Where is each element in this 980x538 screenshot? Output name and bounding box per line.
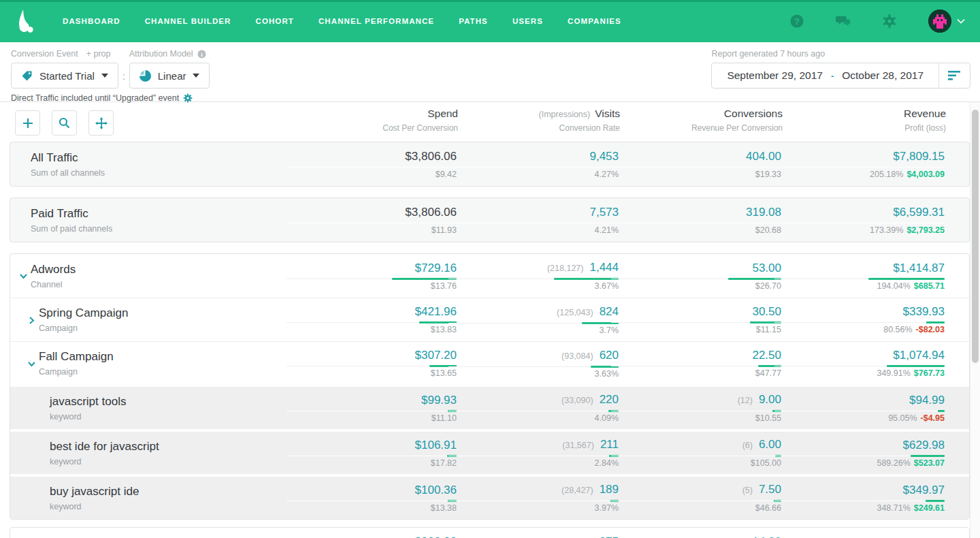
row-subtitle: Campaign [39,367,114,377]
gear-icon[interactable] [183,93,193,103]
date-range-picker[interactable]: September 29, 2017 - October 28, 2017 [711,63,970,89]
spend-sub-value: $11.10 [287,413,457,424]
nav-item-cohort[interactable]: COHORT [255,17,293,25]
nav-item-dashboard[interactable]: DASHBOARD [63,17,120,25]
move-button[interactable] [88,110,114,136]
conversions-main-line: 14.00 [611,535,781,538]
chevron-down-icon[interactable] [27,360,36,368]
nav-item-users[interactable]: USERS [512,17,543,25]
settings-icon[interactable] [882,14,897,29]
visits-cell: 7,5734.21% [448,198,619,242]
spend-sub-value: $13.65 [287,368,457,379]
revenue-value[interactable]: $339.93 [903,305,945,318]
add-channel-button[interactable] [15,110,40,136]
row-name-cell: javascript toolskeyword [10,387,126,429]
cell-divider [448,411,619,411]
date-end[interactable]: October 28, 2017 [842,69,924,82]
table-row[interactable]: Paid TrafficSum of paid channels$3,806.0… [10,198,969,242]
revenue-value[interactable]: $629.98 [903,439,945,452]
filter-separator: : [122,71,125,82]
nav-right: ? [789,10,965,33]
conversion-event-dropdown[interactable]: Started Trial [11,63,118,89]
help-icon[interactable]: ? [789,14,804,29]
nav-item-channel-performance[interactable]: CHANNEL PERFORMANCE [318,17,434,25]
cell-divider [287,501,457,501]
search-button[interactable] [52,110,77,136]
profit-percent: 348.71% [877,503,910,513]
chat-icon[interactable] [836,14,851,29]
user-menu[interactable] [928,10,965,33]
report-generated-label: Report generated 7 hours ago [711,49,970,59]
table-row[interactable]: AdwordsChannel$729.16$13.76(218,127)1,44… [10,254,969,298]
chevron-down-icon[interactable] [19,272,28,281]
row-name[interactable]: buy javascript ide [50,485,139,499]
revenue-value[interactable]: $7,809.15 [893,150,945,163]
attribution-model-dropdown[interactable]: Linear [129,63,210,89]
attribution-logo-icon[interactable] [15,9,35,33]
avatar[interactable] [928,10,951,33]
conversions-sub-value: $47.77 [611,368,781,379]
profit-amount: $685.71 [914,281,945,291]
spend-sub-value: $13.83 [287,325,457,335]
visits-sub-value: 3.67% [448,281,619,291]
table-row[interactable]: javascript toolskeyword$99.93$11.10(33,0… [10,387,969,429]
cell-divider [611,366,781,366]
visits-cell: (125,043)8243.7% [448,298,619,341]
chevron-down-icon[interactable] [957,18,965,24]
revenue-value[interactable]: $1,074.94 [893,349,945,362]
table-row[interactable]: VideoChannel$999.99 975 14.00 $944.97 [10,528,969,538]
impressions-label: (28,427) [561,486,593,495]
spend-main-line: $3,806.06 [287,205,457,220]
revenue-sub-value: 173.39%$2,793.25 [774,225,945,236]
table-row[interactable]: Spring CampaignCampaign$421.96$13.83(125… [10,298,969,341]
cell-divider [448,223,619,223]
conversions-cell: 53.00$26.70 [611,254,781,298]
date-start[interactable]: September 29, 2017 [727,69,822,82]
revenue-sub-value: 348.71%$249.61 [774,503,945,513]
row-name[interactable]: Spring Campaign [39,306,128,320]
table-row[interactable]: best ide for javascriptkeyword$106.91$17… [10,432,969,474]
spend-cell: $729.16$13.76 [287,254,457,298]
contribution-bar [938,410,945,412]
row-name[interactable]: javascript tools [50,395,126,409]
row-name[interactable]: best ide for javascript [50,440,159,454]
row-name[interactable]: Adwords [31,263,76,276]
row-name[interactable]: Fall Campaign [39,350,114,364]
nav-item-paths[interactable]: PATHS [459,17,488,25]
table-row[interactable]: All TrafficSum of all channels$3,806.06$… [10,142,969,186]
table-row[interactable]: buy javascript idekeyword$100.36$13.38(2… [10,477,969,519]
visits-cell: (28,427)1893.97% [448,477,619,519]
search-icon [59,117,70,129]
conversions-sub-value: $19.33 [611,170,781,180]
nav-item-channel-builder[interactable]: CHANNEL BUILDER [145,17,231,25]
spend-sub-value: $13.76 [287,281,457,291]
add-prop-link[interactable]: + prop [86,49,111,59]
date-filter-button[interactable] [938,63,970,88]
summary-card: Paid TrafficSum of paid channels$3,806.0… [10,197,970,242]
conversions-cell: 404.00$19.33 [611,142,781,186]
visits-main-line: 7,573 [448,205,619,220]
revenue-main-line: $7,809.15 [774,149,945,164]
move-icon [95,117,108,129]
revenue-sub-value: 589.26%$523.07 [774,458,945,469]
info-icon[interactable]: i [197,50,206,59]
conversions-cell: 22.50$47.77 [611,342,781,385]
svg-text:?: ? [794,16,800,27]
profit-percent: 205.18% [870,170,903,179]
revenue-value[interactable]: $6,599.31 [893,206,945,219]
revenue-cell: $6,599.31173.39%$2,793.25 [774,198,945,242]
revenue-cell: $1,414.87194.04%$685.71 [774,254,945,298]
profit-amount: -$4.95 [921,413,945,423]
revenue-value[interactable]: $349.97 [903,484,945,496]
revenue-value[interactable]: $94.99 [909,394,945,407]
nav-item-companies[interactable]: COMPANIES [568,17,621,25]
revenue-value[interactable]: $1,414.87 [893,262,945,274]
contribution-bar [554,278,619,280]
chevron-right-icon[interactable] [27,316,36,325]
table-row[interactable]: Fall CampaignCampaign$307.20$13.65(93,08… [10,341,969,385]
column-header-revenue: Revenue Profit (loss) [769,108,946,133]
scrollbar-thumb[interactable] [972,110,979,363]
row-subtitle: Sum of all channels [31,168,105,178]
caret-down-icon [193,74,199,78]
row-name-cell: Paid TrafficSum of paid channels [10,198,112,242]
